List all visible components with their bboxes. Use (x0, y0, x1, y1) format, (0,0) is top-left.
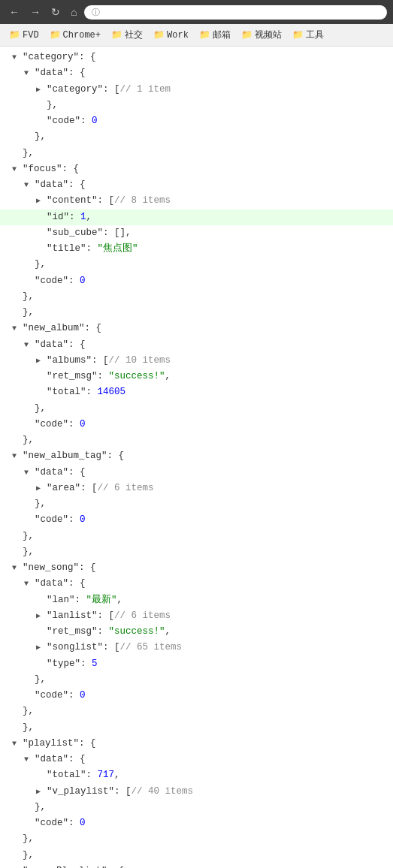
collapse-arrow[interactable] (12, 163, 23, 176)
json-line: "area": [ // 6 items (0, 481, 393, 496)
json-line: }, (0, 432, 393, 448)
collapse-arrow[interactable] (12, 737, 23, 750)
json-line: "data": { (0, 177, 393, 193)
bookmark-social[interactable]: 📁 社交 (107, 27, 147, 43)
collapse-arrow[interactable] (24, 67, 35, 80)
json-line: }, (0, 146, 393, 161)
bookmark-label: 视频站 (255, 29, 282, 41)
line-text: "total": 14605 (47, 384, 125, 400)
collapse-arrow[interactable] (24, 753, 35, 766)
json-line: "code": 0 (0, 417, 393, 432)
line-text: "sub_cube": [], (47, 225, 132, 241)
number-value: 0 (80, 690, 86, 701)
json-line: "songlist": [ // 65 items (0, 640, 393, 656)
refresh-button[interactable]: ↻ (48, 5, 63, 20)
json-line: "lanlist": [ // 6 items (0, 608, 393, 624)
line-text: "lanlist": [ (47, 608, 114, 624)
bookmark-label: 邮箱 (213, 29, 231, 41)
collapse-arrow[interactable] (24, 179, 35, 191)
collapse-arrow[interactable] (12, 51, 23, 64)
comment-text: // 1 item (120, 82, 171, 98)
collapse-arrow[interactable] (24, 466, 35, 479)
home-button[interactable]: ⌂ (68, 5, 80, 20)
line-text: "data": { (35, 465, 86, 481)
json-line: "data": { (0, 752, 393, 767)
bookmark-tools[interactable]: 📁 工具 (288, 27, 328, 43)
line-text: }, (35, 800, 46, 815)
line-text: "new_album": { (23, 321, 101, 336)
line-text: }, (23, 432, 34, 448)
line-text: "data": { (35, 177, 86, 193)
collapse-arrow[interactable] (12, 450, 23, 463)
line-text: "type": 5 (47, 656, 98, 672)
json-line: }, (0, 129, 393, 145)
bookmark-label: Work (167, 30, 189, 41)
expand-arrow[interactable] (36, 641, 47, 654)
json-line: "new_song": { (0, 560, 393, 576)
address-bar[interactable]: ⓘ (84, 5, 387, 20)
collapse-arrow[interactable] (24, 577, 35, 590)
line-text: "id": 1, (47, 209, 92, 225)
expand-arrow[interactable] (36, 482, 47, 495)
comment-text: // 6 items (114, 608, 171, 624)
comment-text: // 65 items (120, 640, 183, 656)
folder-icon: 📁 (50, 29, 61, 41)
json-line: }, (0, 529, 393, 544)
folder-icon: 📁 (153, 29, 165, 41)
number-value: 0 (80, 276, 86, 286)
line-text: }, (23, 831, 34, 847)
browser-chrome: ← → ↻ ⌂ ⓘ (0, 0, 393, 24)
line-text: }, (23, 289, 34, 305)
json-line: "ret_msg": "success!", (0, 369, 393, 384)
folder-icon: 📁 (9, 29, 20, 41)
bookmark-mail[interactable]: 📁 邮箱 (195, 27, 235, 43)
string-value: "焦点图" (98, 243, 138, 254)
collapse-arrow[interactable] (12, 562, 23, 574)
bookmark-label: 社交 (125, 29, 143, 41)
json-line: }, (0, 800, 393, 815)
forward-button[interactable]: → (27, 5, 44, 20)
json-line: "code": 0 (0, 688, 393, 704)
collapse-arrow[interactable] (12, 322, 23, 335)
json-line: }, (0, 672, 393, 688)
bookmark-video[interactable]: 📁 视频站 (237, 27, 286, 43)
expand-arrow[interactable] (36, 785, 47, 798)
json-line: "ret_msg": "success!", (0, 624, 393, 640)
line-text: "area": [ (47, 481, 98, 496)
line-text: "recomPlaylist": { (23, 863, 124, 868)
line-text: }, (47, 98, 58, 113)
expand-arrow[interactable] (36, 83, 47, 96)
line-text: "ret_msg": "success!", (47, 624, 171, 640)
json-line: }, (0, 704, 393, 719)
collapse-arrow[interactable] (12, 865, 23, 868)
back-button[interactable]: ← (6, 5, 23, 20)
expand-arrow[interactable] (36, 610, 47, 622)
line-text: "data": { (35, 576, 86, 592)
bookmark-chrome-plus[interactable]: 📁 Chrome+ (45, 28, 105, 42)
number-value: 717 (98, 770, 115, 780)
bookmark-work[interactable]: 📁 Work (149, 28, 193, 42)
json-line: "data": { (0, 576, 393, 592)
string-value: "success!" (109, 626, 165, 637)
collapse-arrow[interactable] (24, 339, 35, 351)
number-value: 0 (92, 116, 98, 126)
line-text: "new_album_tag": { (23, 448, 124, 464)
json-line: "playlist": { (0, 736, 393, 752)
line-text: }, (35, 129, 46, 145)
comment-text: // 6 items (98, 481, 154, 496)
comment-text: // 40 items (132, 784, 194, 800)
number-value: 0 (80, 514, 86, 525)
expand-arrow[interactable] (36, 354, 47, 367)
json-line: "code": 0 (0, 512, 393, 528)
line-text: "data": { (35, 337, 86, 353)
json-line: }, (0, 496, 393, 512)
line-text: }, (35, 257, 46, 273)
line-text: "code": 0 (35, 273, 86, 289)
expand-arrow[interactable] (36, 194, 47, 207)
line-text: "content": [ (47, 193, 114, 209)
json-line: "data": { (0, 337, 393, 353)
bookmark-fvd[interactable]: 📁 FVD (5, 28, 44, 42)
json-line: "code": 0 (0, 273, 393, 289)
line-text: }, (23, 529, 34, 544)
json-line: "data": { (0, 65, 393, 81)
